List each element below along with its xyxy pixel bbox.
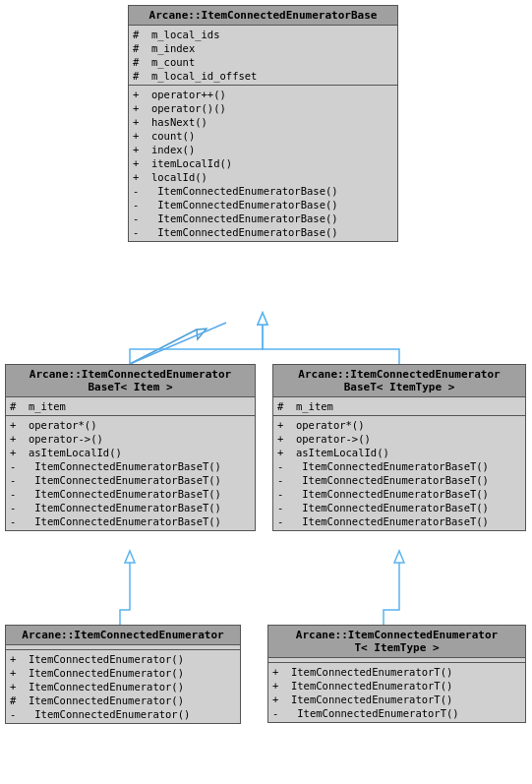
base-title: Arcane::ItemConnectedEnumeratorBase: [129, 6, 397, 26]
field-row: # m_local_ids: [133, 28, 393, 41]
method-row: - ItemConnectedEnumerator(): [10, 707, 236, 721]
method-row: - ItemConnectedEnumeratorBaseT(): [10, 487, 251, 501]
enumeratorT-title: Arcane::ItemConnectedEnumeratorT< ItemTy…: [268, 626, 525, 658]
enumerator-box: Arcane::ItemConnectedEnumerator + ItemCo…: [5, 625, 241, 724]
method-row: + operator*(): [277, 418, 521, 432]
method-row: - ItemConnectedEnumeratorBaseT(): [277, 514, 521, 528]
method-row: - ItemConnectedEnumeratorBaseT(): [10, 459, 251, 473]
enumerator-methods: + ItemConnectedEnumerator() + ItemConnec…: [6, 650, 240, 723]
method-row: + operator()(): [133, 101, 393, 115]
method-row: - ItemConnectedEnumeratorBaseT(): [277, 487, 521, 501]
field-row: # m_item: [10, 399, 251, 413]
baseT-item-title: Arcane::ItemConnectedEnumeratorBaseT< It…: [6, 365, 255, 397]
method-row: + ItemConnectedEnumerator(): [10, 666, 236, 680]
svg-marker-1: [193, 325, 207, 339]
field-row: # m_local_id_offset: [133, 69, 393, 83]
method-row: - ItemConnectedEnumeratorBaseT(): [277, 501, 521, 514]
diagram: Arcane::ItemConnectedEnumeratorBase # m_…: [0, 0, 532, 784]
method-row: + operator++(): [133, 88, 393, 101]
method-row: + ItemConnectedEnumeratorT(): [272, 665, 521, 679]
method-row: + ItemConnectedEnumerator(): [10, 652, 236, 666]
svg-marker-4: [258, 313, 267, 325]
svg-line-2: [130, 323, 226, 364]
baseT-itemtype-box: Arcane::ItemConnectedEnumeratorBaseT< It…: [272, 364, 526, 531]
method-row: + ItemConnectedEnumeratorT(): [272, 693, 521, 706]
svg-marker-3: [258, 313, 267, 325]
method-row: + operator->(): [10, 432, 251, 446]
method-row: + operator->(): [277, 432, 521, 446]
method-row: + asItemLocalId(): [10, 446, 251, 459]
method-row: + ItemConnectedEnumerator(): [10, 680, 236, 694]
method-row: - ItemConnectedEnumeratorBaseT(): [10, 473, 251, 487]
svg-marker-6: [394, 551, 404, 563]
enumeratorT-methods: + ItemConnectedEnumeratorT() + ItemConne…: [268, 663, 525, 722]
enumerator-title: Arcane::ItemConnectedEnumerator: [6, 626, 240, 645]
method-row: + count(): [133, 129, 393, 143]
method-row: # ItemConnectedEnumerator(): [10, 694, 236, 707]
field-row: # m_index: [133, 41, 393, 55]
baseT-item-box: Arcane::ItemConnectedEnumeratorBaseT< It…: [5, 364, 256, 531]
method-row: - ItemConnectedEnumeratorBaseT(): [277, 473, 521, 487]
method-row: + operator*(): [10, 418, 251, 432]
baseT-itemtype-methods: + operator*() + operator->() + asItemLoc…: [273, 416, 525, 530]
method-row: - ItemConnectedEnumeratorBaseT(): [10, 514, 251, 528]
svg-line-0: [130, 330, 197, 364]
method-row: + index(): [133, 143, 393, 156]
method-row: + itemLocalId(): [133, 156, 393, 170]
method-row: + ItemConnectedEnumeratorT(): [272, 679, 521, 693]
method-row: - ItemConnectedEnumeratorBase(): [133, 184, 393, 198]
method-row: - ItemConnectedEnumeratorBase(): [133, 225, 393, 239]
method-row: + hasNext(): [133, 115, 393, 129]
method-row: - ItemConnectedEnumeratorBaseT(): [277, 459, 521, 473]
baseT-item-methods: + operator*() + operator->() + asItemLoc…: [6, 416, 255, 530]
field-row: # m_item: [277, 399, 521, 413]
baseT-itemtype-fields: # m_item: [273, 397, 525, 416]
baseT-itemtype-title: Arcane::ItemConnectedEnumeratorBaseT< It…: [273, 365, 525, 397]
method-row: + localId(): [133, 170, 393, 184]
base-methods: + operator++() + operator()() + hasNext(…: [129, 86, 397, 241]
method-row: + asItemLocalId(): [277, 446, 521, 459]
base-fields: # m_local_ids # m_index # m_count # m_lo…: [129, 26, 397, 86]
field-row: # m_count: [133, 55, 393, 69]
method-row: - ItemConnectedEnumeratorBaseT(): [10, 501, 251, 514]
svg-marker-5: [125, 551, 135, 563]
enumeratorT-box: Arcane::ItemConnectedEnumeratorT< ItemTy…: [267, 625, 526, 723]
baseT-item-fields: # m_item: [6, 397, 255, 416]
method-row: - ItemConnectedEnumeratorT(): [272, 706, 521, 720]
base-box: Arcane::ItemConnectedEnumeratorBase # m_…: [128, 5, 398, 242]
method-row: - ItemConnectedEnumeratorBase(): [133, 211, 393, 225]
method-row: - ItemConnectedEnumeratorBase(): [133, 198, 393, 211]
